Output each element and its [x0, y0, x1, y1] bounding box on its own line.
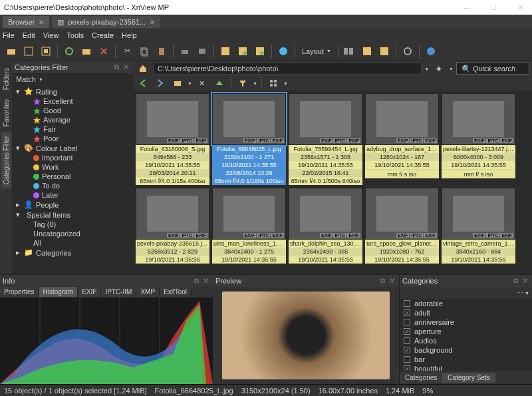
tree-people-header[interactable]: ▸👤People [12, 200, 133, 210]
back-icon[interactable] [136, 76, 150, 91]
thumbnail-image[interactable]: EXIFIPTCEXIF [212, 188, 286, 240]
checkbox[interactable]: ✓ [404, 309, 410, 316]
tree-rating-item[interactable]: Average [12, 115, 133, 124]
thumbnail-card[interactable]: EXIFIPTCEXIF pexels-pixabay-235615.jpg52… [136, 188, 209, 264]
menu-edit[interactable]: Edit [23, 31, 35, 39]
thumbnail-card[interactable]: EXIFIPTCEXIF Fotolia_66648025_L.jpg3150x… [212, 93, 286, 185]
tree-colour-item[interactable]: Later [12, 190, 133, 200]
maximize-button[interactable]: ☐ [485, 3, 501, 12]
close-icon[interactable]: ✕ [150, 19, 155, 26]
tree-special-header[interactable]: ▾Special Items [12, 210, 133, 220]
itab-iptc[interactable]: IPTC-IIM [101, 287, 136, 297]
category-item[interactable]: bar [400, 355, 532, 364]
menu-tools[interactable]: Tools [66, 31, 84, 39]
checkbox[interactable] [404, 337, 410, 344]
chevron-down-icon[interactable]: ▼ [253, 81, 257, 86]
tree-rating-item[interactable]: Excellent [12, 97, 133, 106]
sort-icon[interactable] [360, 44, 374, 59]
thumbnail-card[interactable]: EXIFIPTCEXIF shark_dolphin_sea_130036_..… [289, 188, 362, 264]
itab-properties[interactable]: Properties [0, 287, 39, 297]
search-input[interactable]: 🔍Quick search [456, 63, 529, 75]
thumbnail-card[interactable]: EXIFIPTCEXIF Fotolia_63180006_S.jpg849x5… [136, 93, 209, 185]
menu-view[interactable]: View [43, 31, 59, 39]
home-icon[interactable] [136, 61, 150, 76]
category-item[interactable]: Audios [400, 336, 532, 345]
thumbnail-image[interactable]: EXIFIPTCEXIF [442, 93, 515, 145]
minimize-button[interactable]: — [459, 3, 475, 12]
cut-icon[interactable]: ✂ [120, 44, 134, 59]
match-dropdown[interactable]: Match ▼ [12, 73, 133, 85]
thumbnail-image[interactable]: EXIFIPTCEXIF [289, 93, 362, 145]
menu-file[interactable]: File [3, 31, 15, 39]
batch2-icon[interactable] [253, 44, 267, 59]
folder-icon[interactable] [170, 76, 185, 91]
tree-special-item[interactable]: Tag (0) [12, 220, 133, 229]
chevron-down-icon[interactable]: ▼ [188, 81, 192, 86]
thumbnail-image[interactable]: EXIFIPTCEXIF [136, 188, 209, 240]
filter-icon[interactable] [235, 76, 250, 91]
delete-icon[interactable]: ✕ [195, 76, 209, 91]
panel-controls[interactable]: ⧉ ✕ [513, 277, 529, 285]
close-button[interactable]: ✕ [512, 3, 528, 12]
panel-controls[interactable]: ⧉ ✕ [114, 63, 130, 71]
layout-dropdown[interactable]: Layout▼ [299, 47, 334, 55]
thumbnail-card[interactable]: EXIFIPTCEXIF uins_man_loneliness_12427..… [212, 188, 286, 264]
itab-exiftool[interactable]: ExifTool [160, 287, 192, 297]
tree-rating-item[interactable]: Good [12, 106, 133, 115]
menu-help[interactable]: Help [122, 31, 137, 39]
tree-special-item[interactable]: All [12, 238, 133, 248]
itab-exif[interactable]: EXIF [78, 287, 101, 297]
tree-special-item[interactable]: Uncategorized [12, 229, 133, 238]
tree-colour-item[interactable]: Important [12, 153, 133, 162]
tree-rating-item[interactable]: Fair [12, 124, 133, 134]
convert-icon[interactable] [218, 44, 233, 59]
panel-controls[interactable]: ⧉ ✕ [380, 277, 396, 285]
chevron-down-icon[interactable]: ▼ [449, 67, 454, 71]
chevron-down-icon[interactable]: ▼ [424, 67, 429, 71]
scan-icon[interactable] [195, 44, 209, 59]
thumbnail-image[interactable]: EXIFIPTCEXIF [442, 188, 515, 240]
checkbox[interactable]: ✓ [404, 365, 410, 371]
thumbnail-card[interactable]: EXIFIPTCEXIF pexels-lilartsy-1213447.jpg… [442, 93, 515, 185]
thumbnail-card[interactable]: EXIFIPTCEXIF tars_space_glow_planet_99..… [365, 188, 439, 264]
tab-image[interactable]: ▧ pexels-pixabay-23561...✕ [52, 16, 160, 28]
up-icon[interactable] [212, 76, 227, 91]
batch-icon[interactable] [235, 44, 250, 59]
close-icon[interactable]: ✕ [39, 19, 44, 26]
vtab-folders[interactable]: Folders [1, 64, 11, 94]
itab-histogram[interactable]: Histogram [39, 287, 78, 297]
info-icon[interactable] [276, 44, 291, 59]
preview-image[interactable] [213, 287, 399, 384]
checkbox[interactable] [404, 300, 410, 307]
itab-xmp[interactable]: XMP [136, 287, 160, 297]
folder-icon[interactable] [79, 44, 94, 59]
settings-icon[interactable] [400, 44, 415, 59]
tab-browser[interactable]: Browser✕ [3, 16, 49, 28]
cat-tab-sets[interactable]: Category Sets [442, 373, 495, 383]
more-icon[interactable]: ⋯ [516, 289, 523, 297]
forward-icon[interactable] [153, 76, 168, 91]
vtab-favorites[interactable]: Favorites [1, 95, 11, 130]
thumbnail-image[interactable]: EXIFIPTCEXIF [365, 93, 439, 145]
tree-colour-item[interactable]: To do [12, 181, 133, 190]
refresh-icon[interactable] [62, 44, 76, 59]
path-input[interactable]: C:\Users\pierre\Desktop\photo\photo\ [153, 63, 422, 75]
checkbox[interactable] [404, 319, 410, 325]
category-item[interactable]: anniversaire [400, 317, 532, 327]
thumbnail-image[interactable]: EXIFIPTCEXIF [212, 93, 286, 145]
category-item[interactable]: ✓background [400, 345, 532, 355]
thumbnail-image[interactable]: EXIFIPTCEXIF [289, 188, 362, 240]
vtab-catfilter[interactable]: Categories Filter [1, 132, 11, 188]
checkbox[interactable]: ✓ [404, 347, 410, 353]
chevron-down-icon[interactable]: ▼ [283, 81, 288, 86]
category-item[interactable]: adorable [400, 299, 532, 308]
thumbnail-image[interactable]: EXIFIPTCEXIF [136, 93, 209, 145]
view-icon[interactable] [377, 44, 392, 59]
checkbox[interactable] [404, 356, 410, 363]
category-item[interactable]: ✓beautiful [400, 364, 532, 371]
print-icon[interactable] [178, 44, 192, 59]
tree-rating-header[interactable]: ▾⭐Rating [12, 87, 133, 97]
thumbnail-image[interactable]: EXIFIPTCEXIF [365, 188, 439, 240]
fullscreen-icon[interactable] [39, 44, 53, 59]
thumbnail-card[interactable]: EXIFIPTCEXIF vintage_retro_camera_1265..… [442, 188, 515, 264]
